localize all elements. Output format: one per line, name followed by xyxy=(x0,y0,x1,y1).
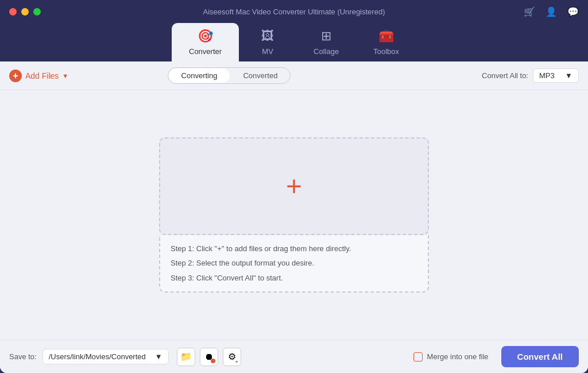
drop-area-wrapper: + Step 1: Click "+" to add files or drag… xyxy=(0,90,588,340)
maximize-button[interactable] xyxy=(33,8,41,16)
add-files-button[interactable]: + Add Files ▼ xyxy=(9,70,68,82)
tab-mv-label: MV xyxy=(262,47,273,56)
footer: Save to: /Users/link/Movies/Converted ▼ … xyxy=(0,340,588,373)
tab-converter[interactable]: 🎯 Converter xyxy=(172,23,239,61)
toolbar: + Add Files ▼ Converting Converted Conve… xyxy=(0,61,588,90)
converting-tab[interactable]: Converting xyxy=(169,68,230,83)
add-files-label: Add Files xyxy=(25,71,59,80)
traffic-lights xyxy=(9,8,41,16)
instruction-step1: Step 1: Click "+" to add files or drag t… xyxy=(171,243,417,255)
user-icon[interactable]: 👤 xyxy=(546,6,557,17)
gear-icon: ⚙ xyxy=(228,351,236,362)
converted-tab[interactable]: Converted xyxy=(230,68,290,83)
red-dot-indicator xyxy=(211,359,215,363)
add-files-circle-icon: + xyxy=(9,70,22,82)
add-files-dropdown-arrow: ▼ xyxy=(62,72,68,79)
save-path-value: /Users/link/Movies/Converted xyxy=(49,352,146,361)
folder-icon: 📁 xyxy=(180,351,192,362)
save-to-label: Save to: xyxy=(9,352,37,361)
convert-all-button[interactable]: Convert All xyxy=(501,346,579,367)
drop-zone[interactable]: + xyxy=(159,137,429,235)
convert-all-to-label: Convert All to: xyxy=(482,71,528,80)
collage-icon: ⊞ xyxy=(321,29,331,44)
converting-converted-switcher: Converting Converted xyxy=(168,67,291,84)
preferences-button[interactable]: ⚙ xyxy=(223,348,241,366)
minimize-button[interactable] xyxy=(21,8,29,16)
format-dropdown-arrow: ▼ xyxy=(565,71,572,80)
converter-icon: 🎯 xyxy=(198,29,213,44)
chat-icon[interactable]: 💬 xyxy=(567,6,579,17)
nav-tabs: 🎯 Converter 🖼 MV ⊞ Collage 🧰 Toolbox xyxy=(0,23,588,61)
mv-icon: 🖼 xyxy=(261,29,274,44)
titlebar: Aiseesoft Mac Video Converter Ultimate (… xyxy=(0,0,588,23)
tab-toolbox[interactable]: 🧰 Toolbox xyxy=(356,23,416,61)
convert-all-to-area: Convert All to: MP3 ▼ xyxy=(482,68,579,83)
main-content: + Add Files ▼ Converting Converted Conve… xyxy=(0,61,588,373)
toolbox-icon: 🧰 xyxy=(378,29,394,44)
tab-collage[interactable]: ⊞ Collage xyxy=(296,23,356,61)
format-value: MP3 xyxy=(539,71,555,80)
cart-icon[interactable]: 🛒 xyxy=(524,6,535,17)
merge-checkbox-area: Merge into one file xyxy=(413,352,489,362)
merge-checkbox[interactable] xyxy=(413,352,423,362)
instructions-box: Step 1: Click "+" to add files or drag t… xyxy=(159,235,429,293)
close-button[interactable] xyxy=(9,8,17,16)
app-window: Aiseesoft Mac Video Converter Ultimate (… xyxy=(0,0,588,373)
add-files-plus-icon: + xyxy=(286,172,302,200)
instruction-step2: Step 2: Select the output format you des… xyxy=(171,257,417,269)
merge-label: Merge into one file xyxy=(427,352,489,361)
save-path-arrow: ▼ xyxy=(155,352,163,361)
tab-toolbox-label: Toolbox xyxy=(373,47,399,56)
titlebar-actions: 🛒 👤 💬 xyxy=(524,6,579,17)
tab-collage-label: Collage xyxy=(314,47,339,56)
window-title: Aiseesoft Mac Video Converter Ultimate (… xyxy=(203,7,385,16)
format-dropdown[interactable]: MP3 ▼ xyxy=(533,68,579,83)
save-path-dropdown[interactable]: /Users/link/Movies/Converted ▼ xyxy=(42,349,169,364)
tab-mv[interactable]: 🖼 MV xyxy=(239,23,296,61)
open-folder-button[interactable]: 📁 xyxy=(177,348,195,366)
instruction-step3: Step 3: Click "Convert All" to start. xyxy=(171,272,417,284)
settings-record-button[interactable]: ⏺ xyxy=(200,348,218,366)
footer-icon-buttons: 📁 ⏺ ⚙ xyxy=(177,348,241,366)
tab-converter-label: Converter xyxy=(189,47,222,56)
